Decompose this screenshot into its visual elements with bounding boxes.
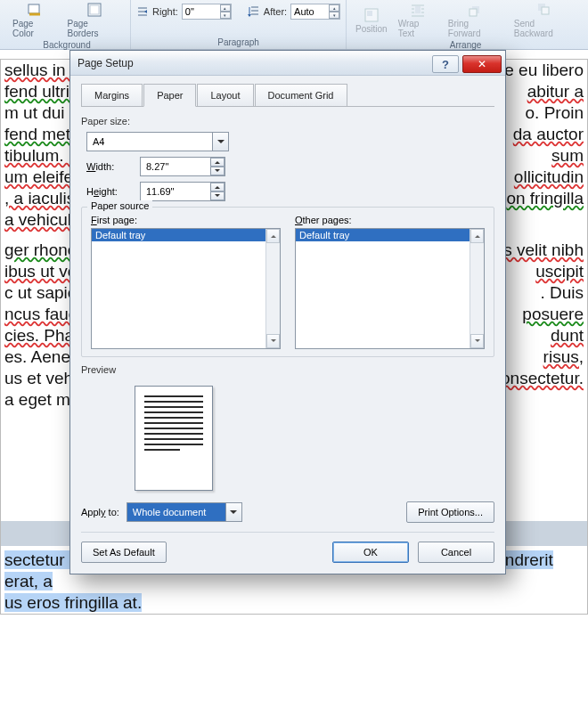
position-icon [363,7,380,23]
indent-right-label: Right: [152,6,178,17]
svg-rect-0 [29,4,39,13]
scroll-down-icon [470,334,484,348]
set-as-default-button[interactable]: Set As Default [81,542,167,563]
scrollbar[interactable] [265,229,280,348]
preview-page-icon [135,386,213,491]
chevron-down-icon[interactable] [225,503,241,521]
svg-rect-7 [470,9,477,16]
dialog-tabs: Margins Paper Layout Document Grid [81,83,494,107]
spinner-icon[interactable]: ▴▾ [329,4,339,19]
separator [81,532,494,533]
ribbon-group-paragraph: Right: ▴▾ After: ▴▾ Paragraph [131,0,347,49]
chevron-down-icon[interactable] [212,133,228,151]
borders-icon [86,2,102,18]
paper-source-label: Paper source [87,200,152,211]
dialog-title: Page Setup [78,57,134,69]
paper-source-group: Paper source First page: Default tray Ot… [81,207,494,357]
scroll-up-icon [266,229,280,243]
height-spin[interactable] [140,182,225,201]
ribbon-group-arrange: Position Wrap Text Bring Forward Send Ba… [347,0,584,49]
spacing-after-icon [248,5,260,18]
indent-right-icon [136,5,149,18]
tab-layout[interactable]: Layout [197,84,253,107]
help-icon: ? [442,58,449,71]
height-label: Height: [86,186,133,197]
tab-paper[interactable]: Paper [143,84,196,107]
svg-rect-5 [415,6,421,13]
scrollbar[interactable] [470,229,484,348]
first-page-label: First page: [91,215,281,225]
list-item[interactable]: Default tray [92,229,280,241]
paper-size-label: Paper size: [81,116,494,126]
help-button[interactable]: ? [432,55,459,73]
other-pages-list[interactable]: Default tray [295,228,485,349]
wrap-text-button: Wrap Text [395,0,441,40]
paper-size-combo[interactable] [86,132,229,151]
spinner-icon[interactable] [210,183,225,200]
page-setup-dialog: Page Setup ? ✕ Margins Paper Layout Docu… [69,50,506,574]
ribbon-group-background: Page Color Page Borders Background [4,0,131,49]
paint-bucket-icon [27,2,43,18]
close-button[interactable]: ✕ [462,55,502,73]
position-button: Position [352,5,391,36]
list-item[interactable]: Default tray [296,229,484,241]
bring-forward-icon [468,2,484,18]
first-page-list[interactable]: Default tray [91,228,281,349]
bring-forward-button: Bring Forward [445,0,507,40]
scroll-up-icon [470,229,484,243]
cancel-button[interactable]: Cancel [418,542,494,563]
ribbon: Page Color Page Borders Background Right… [0,0,588,50]
print-options-button[interactable]: Print Options... [406,501,494,523]
dialog-titlebar[interactable]: Page Setup ? ✕ [70,51,505,76]
spinner-icon[interactable] [210,158,225,175]
spacing-after-label: After: [264,6,287,17]
ok-button[interactable]: OK [332,542,409,563]
apply-to-label: Apply to: [81,507,119,517]
width-spin[interactable] [140,157,225,176]
send-backward-button: Send Backward [510,0,579,40]
width-label: Width: [86,161,133,172]
page-color-button[interactable]: Page Color [9,0,61,40]
tab-document-grid[interactable]: Document Grid [255,84,347,107]
svg-rect-9 [542,7,549,14]
send-backward-icon [536,2,552,18]
preview-label: Preview [81,364,494,375]
paper-size-value[interactable] [86,132,229,151]
scroll-down-icon [266,334,280,348]
svg-rect-4 [367,11,372,16]
other-pages-label: Other pages: [295,215,485,225]
preview-area [81,379,494,496]
tab-margins[interactable]: Margins [81,84,143,107]
close-icon: ✕ [478,58,486,70]
page-borders-button[interactable]: Page Borders [64,0,126,40]
apply-to-combo[interactable] [127,502,242,522]
wrap-text-icon [410,2,426,18]
spinner-icon[interactable]: ▴▾ [220,4,231,19]
group-label-paragraph: Paragraph [217,37,259,49]
